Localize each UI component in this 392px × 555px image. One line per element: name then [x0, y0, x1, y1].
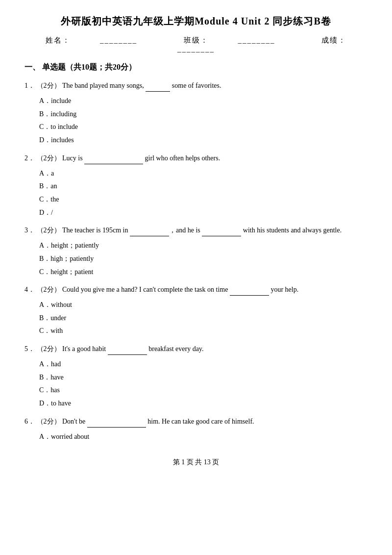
q2-number: 2． [24, 154, 35, 162]
q3-score: （2分） [37, 227, 61, 234]
q2-optD: D．/ [39, 206, 368, 220]
page-footer: 第 1 页 共 13 页 [24, 458, 368, 467]
q6-content: Don't be him. He can take good care of h… [62, 418, 254, 425]
q1-score: （2分） [37, 82, 61, 89]
q4-number: 4． [24, 286, 35, 293]
page-title: 外研版初中英语九年级上学期Module 4 Unit 2 同步练习B卷 [24, 15, 368, 28]
q6-optA: A．worried about [39, 430, 368, 444]
score-label: 成绩： [321, 36, 346, 44]
q5-optB: B．have [39, 371, 368, 384]
q4-optB: B．under [39, 312, 368, 325]
q5-content: It's a good habit breakfast every day. [62, 345, 203, 353]
q3-content: The teacher is 195cm in ，and he is with … [62, 227, 342, 234]
q1-optB: B．including [39, 108, 368, 121]
name-blank: ________ [100, 36, 137, 44]
question-4-text: 4． （2分） Could you give me a hand? I can'… [24, 283, 368, 296]
q6-number: 6． [24, 418, 35, 425]
question-1: 1． （2分） The band played many songs, some… [24, 79, 368, 147]
q5-optC: C．has [39, 384, 368, 397]
q4-content: Could you give me a hand? I can't comple… [62, 286, 298, 293]
question-6-text: 6． （2分） Don't be him. He can take good c… [24, 415, 368, 428]
question-3: 3． （2分） The teacher is 195cm in ，and he … [24, 224, 368, 278]
q3-optA: A．height；patiently [39, 239, 368, 252]
q2-content: Lucy is girl who often helps others. [62, 154, 220, 162]
q2-score: （2分） [37, 154, 61, 162]
q3-number: 3． [24, 227, 35, 234]
q6-score: （2分） [37, 418, 61, 425]
section1-header: 一、 单选题（共10题；共20分） [24, 62, 368, 73]
question-2-text: 2． （2分） Lucy is girl who often helps oth… [24, 152, 368, 164]
q2-optB: B．an [39, 180, 368, 193]
q2-optA: A．a [39, 167, 368, 180]
class-label: 班级： [184, 36, 209, 44]
info-line: 姓名：________ 班级：________ 成绩：________ [24, 36, 368, 53]
q5-number: 5． [24, 345, 35, 353]
q5-optA: A．had [39, 358, 368, 371]
question-5: 5． （2分） It's a good habit breakfast ever… [24, 343, 368, 410]
q1-optA: A．include [39, 95, 368, 108]
q4-score: （2分） [37, 286, 61, 293]
q4-optA: A．without [39, 299, 368, 312]
q1-optD: D．includes [39, 134, 368, 147]
q5-score: （2分） [37, 345, 61, 353]
q2-optC: C．the [39, 193, 368, 206]
q1-content: The band played many songs, some of favo… [62, 82, 221, 89]
q4-optC: C．with [39, 325, 368, 338]
question-6: 6． （2分） Don't be him. He can take good c… [24, 415, 368, 444]
question-2: 2． （2分） Lucy is girl who often helps oth… [24, 152, 368, 220]
question-4: 4． （2分） Could you give me a hand? I can'… [24, 283, 368, 338]
score-blank: ________ [177, 45, 215, 53]
question-5-text: 5． （2分） It's a good habit breakfast ever… [24, 343, 368, 355]
name-label: 姓名： [46, 36, 71, 44]
q3-optC: C．height；patient [39, 266, 368, 279]
q1-optC: C．to include [39, 121, 368, 134]
class-blank: ________ [238, 36, 275, 44]
q5-optD: D．to have [39, 397, 368, 410]
q1-number: 1． [24, 82, 35, 89]
q3-optB: B．high；patiently [39, 252, 368, 266]
question-1-text: 1． （2分） The band played many songs, some… [24, 79, 368, 92]
question-3-text: 3． （2分） The teacher is 195cm in ，and he … [24, 224, 368, 236]
